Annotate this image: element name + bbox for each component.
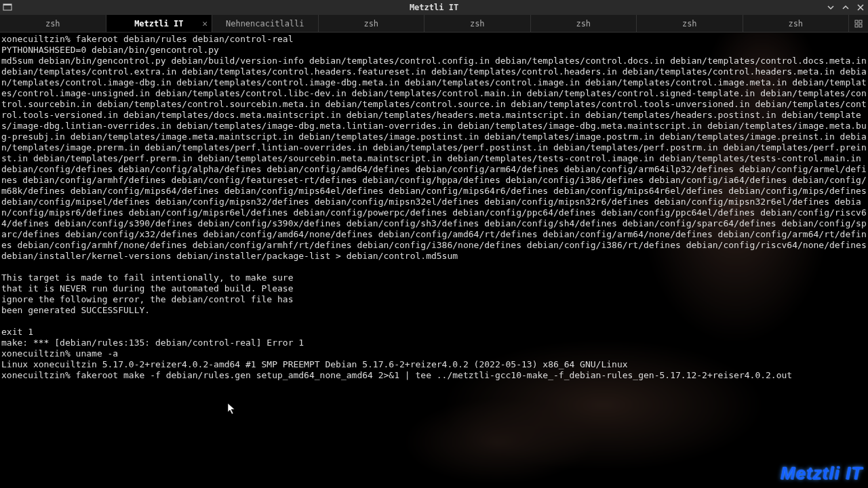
window-title: Metztli IT [410, 3, 458, 12]
tab-label: Metztli IT [134, 19, 183, 28]
app-icon [0, 3, 15, 12]
tab-label: zsh [576, 19, 591, 28]
tab-zsh-2[interactable]: zsh [319, 15, 425, 32]
window-titlebar: Metztli IT [0, 0, 868, 15]
tab-label: Nehnencacitlalli [226, 19, 304, 28]
tab-zsh-6[interactable]: zsh [743, 15, 850, 32]
terminal-viewport[interactable]: xonecuiltzin% fakeroot debian/rules debi… [0, 33, 868, 488]
watermark-logo: Metztli IT [781, 463, 863, 484]
tab-label: zsh [363, 19, 378, 28]
tab-overview-button[interactable] [849, 15, 868, 32]
tab-close-icon[interactable]: ✕ [202, 18, 208, 28]
tab-zsh-3[interactable]: zsh [425, 15, 531, 32]
tab-zsh-5[interactable]: zsh [637, 15, 743, 32]
tab-metztli-it[interactable]: Metztli IT ✕ [106, 15, 213, 32]
tab-zsh-4[interactable]: zsh [531, 15, 637, 32]
tab-bar: zsh Metztli IT ✕ Nehnencacitlalli zsh zs… [0, 15, 868, 33]
mouse-cursor-icon [227, 403, 237, 417]
terminal-output: xonecuiltzin% fakeroot debian/rules debi… [0, 33, 868, 382]
tab-label: zsh [682, 19, 697, 28]
tab-zsh-1[interactable]: zsh [0, 15, 106, 32]
tab-label: zsh [45, 19, 60, 28]
tab-nehnencacitlalli[interactable]: Nehnencacitlalli [212, 15, 319, 32]
svg-rect-5 [859, 24, 862, 27]
tab-label: zsh [788, 19, 803, 28]
window-controls [823, 0, 868, 15]
minimize-button[interactable] [823, 0, 838, 15]
svg-rect-4 [855, 24, 858, 27]
maximize-button[interactable] [838, 0, 853, 15]
svg-rect-3 [859, 20, 862, 23]
svg-rect-2 [855, 20, 858, 23]
svg-rect-1 [3, 4, 12, 5]
tab-label: zsh [470, 19, 485, 28]
close-button[interactable] [853, 0, 868, 15]
